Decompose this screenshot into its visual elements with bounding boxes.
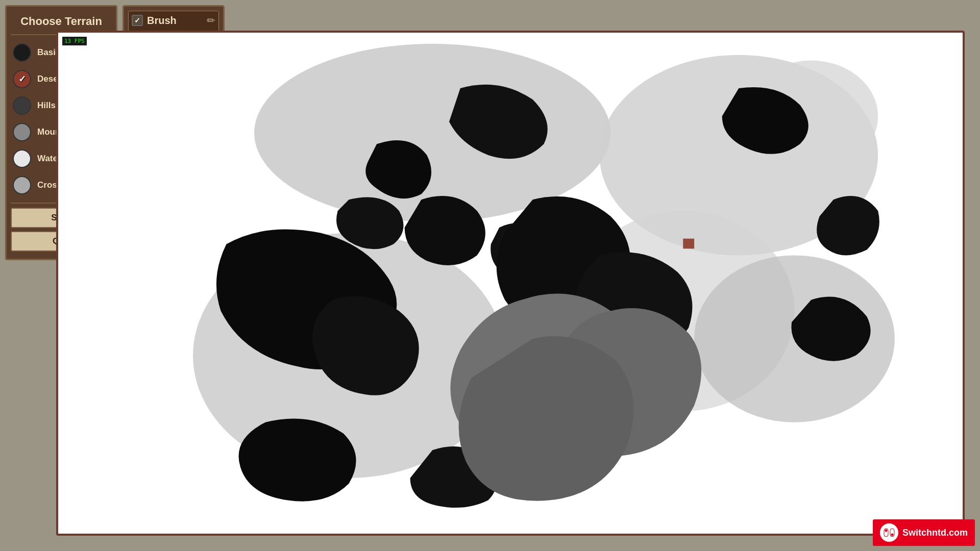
brush-tool-header: ✓ Brush ✏ — [132, 14, 215, 27]
brush-tool-checkbox[interactable]: ✓ — [132, 15, 143, 26]
svg-point-13 — [891, 534, 893, 536]
svg-point-12 — [885, 530, 887, 532]
brush-icon: ✏ — [207, 14, 215, 27]
terrain-swatch-hills — [13, 96, 31, 115]
terrain-swatch-mountains — [13, 123, 31, 141]
terrain-swatch-basic-land — [13, 43, 31, 62]
brush-tool-label: Brush — [147, 15, 203, 27]
svg-rect-7 — [683, 239, 694, 249]
fps-badge: 13 FPS — [62, 37, 87, 45]
nintendo-badge: Switchntd.com — [873, 519, 975, 546]
terrain-swatch-water — [13, 149, 31, 168]
nintendo-logo — [880, 523, 898, 542]
map-container[interactable]: 13 FPS — [56, 31, 965, 536]
terrain-swatch-desert-tundra — [13, 70, 31, 88]
svg-point-1 — [254, 44, 610, 222]
terrain-swatch-crossing — [13, 176, 31, 194]
terrain-map[interactable] — [58, 33, 963, 534]
nintendo-label: Switchntd.com — [902, 528, 968, 538]
terrain-label-hills: Hills — [37, 101, 56, 111]
